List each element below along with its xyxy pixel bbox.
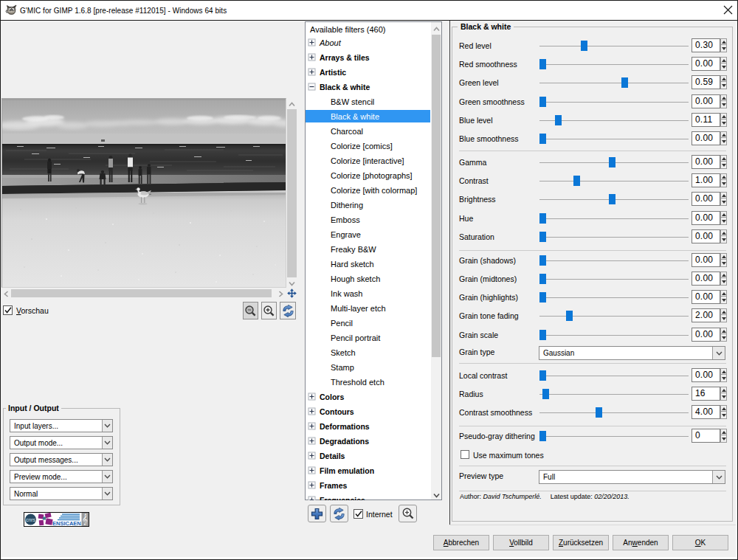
svg-text:𝄞: 𝄞	[82, 514, 88, 525]
svg-text:ENSICAEN: ENSICAEN	[52, 520, 81, 527]
svg-text:cnrs: cnrs	[26, 517, 36, 522]
